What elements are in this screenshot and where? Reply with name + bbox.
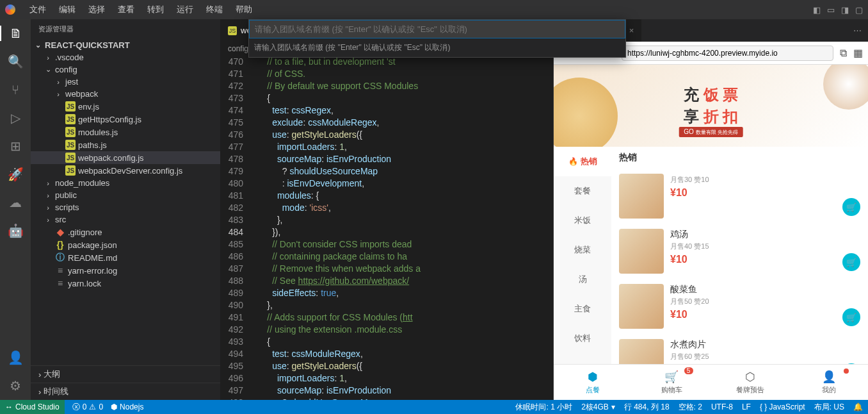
chevron-icon: › (44, 204, 52, 211)
category-汤[interactable]: 汤 (554, 265, 611, 294)
tree-jest[interactable]: ›jest (31, 76, 220, 88)
runtime-indicator[interactable]: ⬢ Nodejs (111, 402, 143, 411)
nav-icon: 👤 (822, 370, 836, 384)
tree-node_modules[interactable]: ›node_modules (31, 177, 220, 189)
nav-我的[interactable]: 👤我的 (789, 365, 868, 400)
spec[interactable]: 2核4GB ▾ (581, 402, 615, 413)
nav-点餐[interactable]: ⬢点餐 (554, 365, 632, 400)
layout-icon-4[interactable]: ▢ (855, 5, 863, 15)
editor-area: JS webpack.config.js ⋯ config›webpack.co… (220, 19, 553, 400)
devtools-icon[interactable]: ⧉ (840, 47, 847, 59)
product-list: 热销 月售30 赞10¥10🛒鸡汤月售40 赞15¥10🛒酸菜鱼月售50 赞20… (611, 147, 868, 364)
tree-modules.js[interactable]: JSmodules.js (31, 126, 220, 138)
explorer-icon[interactable]: 🗎 (0, 26, 31, 41)
menu-运行[interactable]: 运行 (170, 1, 200, 18)
title-bar-right: ◧ ▭ ◨ ▢ (813, 5, 863, 15)
tree-package.json[interactable]: {}package.json (31, 238, 220, 251)
section-title: 热销 (611, 147, 868, 169)
tree-webpackDevServer.config.js[interactable]: JSwebpackDevServer.config.js (31, 164, 220, 177)
txt-icon: ≡ (55, 278, 65, 288)
category-饮料[interactable]: 饮料 (554, 324, 611, 353)
extensions-icon[interactable]: ⊞ (8, 138, 23, 154)
activity-bar: 🗎 🔍 ⑂ ▷ ⊞ 🚀 ☁ 🤖 👤 ⚙ (0, 19, 31, 400)
promo-banner[interactable]: 充 饭 票 享 折 扣 GO 数量有限 先抢先得 (554, 65, 868, 147)
chevron-icon: › (54, 78, 63, 86)
sidebar: 资源管理器 ⌄ REACT-QUICKSTART ›.vscode⌄config… (31, 19, 220, 400)
section-大纲[interactable]: ›大纲 (31, 365, 220, 383)
txt-icon: ≡ (55, 265, 65, 276)
tree-.gitignore[interactable]: ◆.gitignore (31, 226, 220, 238)
tree-config[interactable]: ⌄config (31, 63, 220, 76)
add-to-cart-button[interactable]: 🛒 (842, 198, 860, 216)
product-item[interactable]: 酸菜鱼月售50 赞20¥10🛒 (611, 279, 868, 334)
tree-yarn.lock[interactable]: ≡yarn.lock (31, 277, 220, 290)
encoding[interactable]: UTF-8 (711, 402, 733, 413)
tree-getHttpsConfig.js[interactable]: JSgetHttpsConfig.js (31, 113, 220, 126)
tree-README.md[interactable]: ⓘREADME.md (31, 251, 220, 264)
add-to-cart-button[interactable]: 🛒 (842, 308, 860, 326)
menu-转到[interactable]: 转到 (141, 1, 170, 18)
project-root[interactable]: ⌄ REACT-QUICKSTART (31, 39, 220, 51)
rocket-icon[interactable]: 🚀 (8, 167, 23, 182)
product-item[interactable]: 水煮肉片月售60 赞25🛒 (611, 334, 868, 364)
category-主食[interactable]: 主食 (554, 294, 611, 324)
cloud-icon[interactable]: ☁ (8, 195, 23, 210)
eol[interactable]: LF (742, 402, 751, 413)
language[interactable]: { } JavaScript (760, 402, 805, 413)
product-item[interactable]: 月售30 赞10¥10🛒 (611, 169, 868, 224)
tree-paths.js[interactable]: JSpaths.js (31, 138, 220, 151)
nav-餐牌预告[interactable]: ⬡餐牌预告 (711, 365, 790, 400)
git-icon[interactable]: ⑂ (8, 82, 23, 97)
robot-icon[interactable]: 🤖 (8, 223, 23, 238)
nav-购物车[interactable]: 🛒购物车5 (632, 365, 711, 400)
layout-icon-1[interactable]: ◧ (813, 5, 821, 15)
js-icon: JS (65, 101, 76, 112)
menu-编辑[interactable]: 编辑 (52, 1, 82, 18)
bottom-nav: ⬢点餐🛒购物车5⬡餐牌预告👤我的 (554, 364, 868, 400)
preview-tab-actions[interactable]: ⋯ (847, 26, 868, 35)
category-烧菜[interactable]: 烧菜 (554, 235, 611, 265)
tree-scripts[interactable]: ›scripts (31, 201, 220, 213)
account-icon[interactable]: 👤 (8, 350, 23, 365)
tree-env.js[interactable]: JSenv.js (31, 100, 220, 113)
cloud-studio-button[interactable]: ↔ Cloud Studio (0, 400, 65, 414)
debug-icon[interactable]: ▷ (8, 110, 23, 126)
category-热销[interactable]: 热销 (554, 147, 611, 176)
url-input[interactable] (622, 46, 833, 61)
layout[interactable]: 布局: US (814, 402, 844, 413)
category-米饭[interactable]: 米饭 (554, 206, 611, 235)
bell-icon[interactable]: 🔔 (853, 402, 863, 413)
layout-icon-3[interactable]: ◨ (841, 5, 849, 15)
tree-public[interactable]: ›public (31, 189, 220, 201)
menu-终端[interactable]: 终端 (200, 1, 229, 18)
settings-icon[interactable]: ⚙ (8, 378, 23, 393)
product-item[interactable]: 鸡汤月售40 赞15¥10🛒 (611, 224, 868, 279)
js-icon: JS (65, 114, 76, 124)
tree-webpack[interactable]: ›webpack (31, 88, 220, 100)
menu-文件[interactable]: 文件 (23, 1, 52, 18)
spaces[interactable]: 空格: 2 (679, 402, 702, 413)
search-icon[interactable]: 🔍 (8, 54, 23, 69)
menu-选择[interactable]: 选择 (82, 1, 111, 18)
layout-icon-2[interactable]: ▭ (827, 5, 835, 15)
tree-webpack.config.js[interactable]: JSwebpack.config.js (31, 151, 220, 164)
modal-input[interactable] (249, 20, 625, 38)
menu-帮助[interactable]: 帮助 (229, 1, 259, 18)
section-时间线[interactable]: ›时间线 (31, 383, 220, 400)
menu-查看[interactable]: 查看 (111, 1, 141, 18)
category-套餐[interactable]: 套餐 (554, 176, 611, 206)
js-icon: JS (65, 165, 76, 176)
close-icon[interactable]: × (629, 26, 634, 35)
idle-time[interactable]: 休眠时间: 1 小时 (515, 402, 572, 413)
file-tree: ⌄ REACT-QUICKSTART ›.vscode⌄config›jest›… (31, 39, 220, 365)
chevron-icon: › (44, 192, 52, 199)
code-editor[interactable]: 4704714724734744754764774784794804814824… (220, 56, 553, 400)
cursor-pos[interactable]: 行 484, 列 18 (624, 402, 670, 413)
tree-src[interactable]: ›src (31, 213, 220, 226)
qr-icon[interactable]: ▦ (853, 47, 863, 59)
minimap[interactable] (527, 56, 553, 400)
add-to-cart-button[interactable]: 🛒 (842, 253, 860, 271)
tree-yarn-error.log[interactable]: ≡yarn-error.log (31, 264, 220, 277)
tree-.vscode[interactable]: ›.vscode (31, 51, 220, 63)
errors-indicator[interactable]: ⓧ 0 ⚠ 0 (72, 402, 103, 413)
